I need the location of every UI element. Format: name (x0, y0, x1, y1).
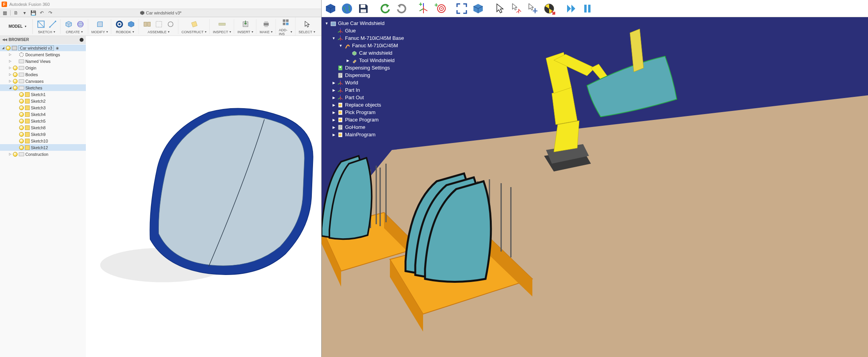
svg-rect-10 (156, 21, 162, 27)
sketch-icon[interactable] (36, 19, 46, 29)
robodk-tree-item[interactable]: Car windshield (323, 49, 422, 57)
ribbon-group-insert[interactable]: INSERT▼ (235, 19, 256, 34)
undo-icon[interactable] (378, 1, 393, 16)
ribbon-group-addins[interactable]: ADD-INS▼ (277, 17, 295, 36)
robodk-tree-item[interactable]: ▶World (323, 79, 422, 86)
extrude-icon[interactable] (64, 19, 74, 29)
robodk-tree-item[interactable]: ▶MainProgram (323, 131, 422, 138)
ribbon-group-modify[interactable]: MODIFY▼ (89, 19, 111, 34)
motion-icon[interactable] (165, 19, 176, 29)
workspace-picker[interactable]: MODEL▼ (3, 19, 33, 34)
dropdown-icon[interactable]: ▾ (21, 10, 28, 16)
world-icon[interactable] (340, 1, 354, 16)
robodk-tree-item[interactable]: ▼Glue Car Windshield (323, 20, 422, 27)
tree-item[interactable]: Sketch2 (0, 98, 86, 104)
browser-header[interactable]: ◀◀ BROWSER (0, 36, 86, 44)
ribbon-group-make[interactable]: MAKE▼ (257, 19, 276, 34)
ribbon-group-assemble[interactable]: ASSEMBLE▼ (140, 19, 178, 34)
robodk-tree-item[interactable]: ▶Replace objects (323, 101, 422, 109)
browser-panel: ◀◀ BROWSER ◢ Car windshield v3 ◉ ▷Docume… (0, 36, 86, 357)
undo-icon[interactable]: ↶ (39, 10, 45, 16)
pin-icon[interactable] (80, 38, 84, 42)
robodk-box-icon[interactable] (126, 19, 136, 29)
robodk-tree-item[interactable]: ▶Tool Windshield (323, 57, 422, 64)
sphere-icon[interactable] (75, 19, 85, 29)
file-icon[interactable]: 🗎 (13, 10, 19, 16)
robodk-tree-item[interactable]: ▶GoHome (323, 123, 422, 131)
browser-tree: ◢ Car windshield v3 ◉ ▷Document Settings… (0, 44, 86, 158)
robodk-tree-item[interactable]: ▶Place Program (323, 116, 422, 123)
tree-item[interactable]: ▷Canvases (0, 78, 86, 84)
tree-item[interactable]: Sketch8 (0, 124, 86, 131)
robodk-tree-item[interactable]: Glue (323, 27, 422, 34)
plane-icon[interactable] (189, 19, 199, 29)
joint-icon[interactable] (154, 19, 164, 29)
save-icon[interactable] (356, 1, 371, 16)
quick-access-toolbar: ▦ 🗎 ▾ 💾 ↶ ↷ Car windshield v3* (0, 9, 321, 17)
robodk-tree-item[interactable]: ▶Part Out (323, 94, 422, 101)
svg-rect-24 (361, 5, 365, 8)
redo-icon[interactable] (394, 1, 409, 16)
addin-icon[interactable] (281, 17, 291, 27)
tree-item[interactable]: ▷Origin (0, 64, 86, 71)
tree-item[interactable]: Sketch3 (0, 104, 86, 111)
tree-item[interactable]: Sketch12 (0, 144, 86, 151)
tree-item[interactable]: ▷Construction (0, 151, 86, 157)
robodk-tree-item[interactable]: ▼Fanuc M-710iC/45M Base (323, 34, 422, 42)
robodk-tree-item[interactable]: Dispensing Settings (323, 64, 422, 71)
ribbon-group-construct[interactable]: CONSTRUCT▼ (179, 19, 210, 34)
ribbon-group-inspect[interactable]: INSPECT▼ (210, 19, 234, 34)
pause-icon[interactable] (580, 1, 595, 16)
svg-point-3 (78, 21, 84, 27)
tree-item[interactable]: Sketch9 (0, 131, 86, 137)
svg-rect-20 (286, 22, 288, 25)
svg-text:+: + (419, 2, 422, 7)
robodk-tree-item[interactable]: ▼Fanuc M-710iC/45M (323, 42, 422, 49)
tree-item[interactable]: ▷Named Views (0, 58, 86, 64)
tree-item[interactable]: Sketch5 (0, 118, 86, 124)
tree-root[interactable]: ◢ Car windshield v3 ◉ (0, 45, 86, 51)
fusion-viewport[interactable] (86, 36, 321, 357)
ribbon-group-create[interactable]: CREATE▼ (61, 19, 88, 34)
ribbon-group-robodk[interactable]: ROBODK▼ (112, 19, 139, 34)
tree-item[interactable]: ▷Bodies (0, 71, 86, 78)
iso-icon[interactable] (471, 1, 486, 16)
cursor-move-icon[interactable] (525, 1, 540, 16)
tree-item[interactable]: Sketch1 (0, 91, 86, 98)
ribbon-group-sketch[interactable]: SKETCH▼ (34, 19, 60, 34)
tree-item[interactable]: ▷Document Settings (0, 51, 86, 58)
redo-icon[interactable]: ↷ (47, 10, 53, 16)
svg-rect-8 (144, 22, 147, 26)
collision-icon[interactable] (542, 1, 557, 16)
add-target-icon[interactable]: + (432, 1, 447, 16)
fillet-icon[interactable] (95, 19, 105, 29)
robodk-app: + + (322, 0, 868, 357)
line-icon[interactable] (48, 19, 58, 29)
svg-point-2 (55, 20, 57, 22)
insert-icon[interactable] (240, 19, 251, 29)
robodk-tree-item[interactable]: Dispensing (323, 71, 422, 79)
fusion-body: ◀◀ BROWSER ◢ Car windshield v3 ◉ ▷Docume… (0, 36, 321, 357)
add-frame-icon[interactable]: + (416, 1, 431, 16)
robodk-tree-item[interactable]: ▶Part In (323, 86, 422, 94)
svg-rect-9 (148, 22, 150, 26)
cursor-frame-icon[interactable] (509, 1, 524, 16)
document-tab[interactable]: Car windshield v3* (140, 11, 181, 15)
apps-icon[interactable]: ▦ (2, 10, 8, 16)
ribbon-group-select[interactable]: SELECT▼ (296, 19, 318, 34)
select-icon[interactable] (302, 19, 312, 29)
play-icon[interactable] (564, 1, 578, 16)
tree-item[interactable]: ◢Sketches (0, 84, 86, 91)
robodk-icon[interactable] (114, 19, 125, 29)
measure-icon[interactable] (217, 19, 227, 29)
tree-item[interactable]: Sketch10 (0, 137, 86, 144)
assemble-icon[interactable] (142, 19, 152, 29)
save-icon[interactable]: 💾 (30, 10, 36, 16)
robodk-tree-item[interactable]: ▶Pick Program (323, 109, 422, 116)
tree-item[interactable]: Sketch4 (0, 111, 86, 118)
cursor-icon[interactable] (493, 1, 507, 16)
fit-icon[interactable] (454, 1, 469, 16)
svg-rect-14 (264, 23, 269, 25)
print-icon[interactable] (261, 19, 271, 29)
new-station-icon[interactable] (323, 1, 338, 16)
